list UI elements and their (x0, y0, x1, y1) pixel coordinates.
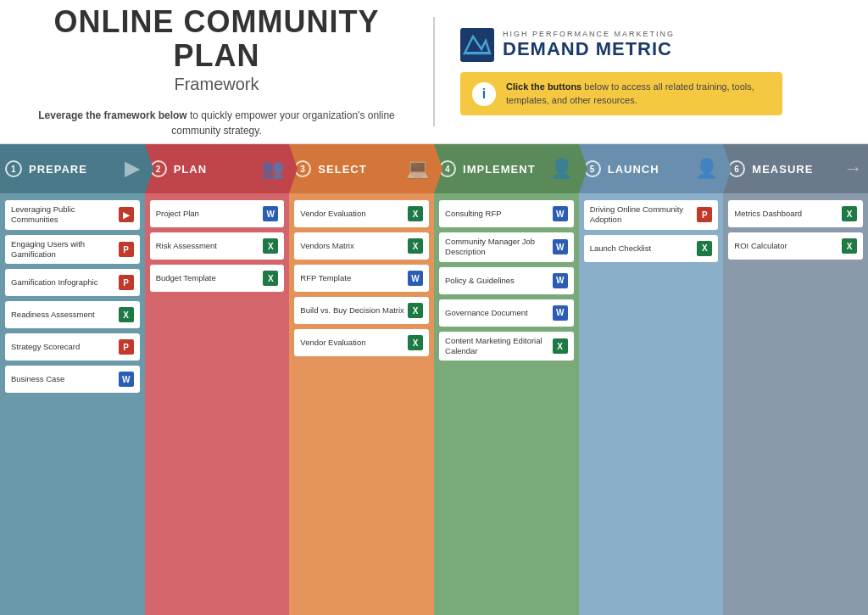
item-label-plan-2: Budget Template (156, 273, 260, 283)
item-icon-select-4: X (408, 335, 423, 350)
item-card-select-1[interactable]: Vendors MatrixX (294, 232, 429, 260)
col-header-prepare: 1PREPARE▶ (0, 144, 145, 193)
item-icon-implement-1: W (553, 239, 568, 254)
item-label-launch-0: Driving Online Community Adoption (590, 204, 694, 226)
step-label-implement: IMPLEMENT (463, 163, 536, 176)
item-card-select-3[interactable]: Build vs. Buy Decision MatrixX (294, 297, 429, 324)
col-header-select: 3SELECT💻 (289, 144, 434, 193)
column-launch: 5LAUNCH👤Driving Online Community Adoptio… (579, 144, 724, 615)
item-icon-implement-2: W (553, 273, 568, 288)
item-icon-prepare-3: X (119, 307, 134, 322)
item-label-select-4: Vendor Evaluation (300, 338, 404, 348)
item-label-prepare-1: Engaging Users with Gamification (11, 239, 115, 260)
info-box: i Click the buttons below to access all … (460, 72, 782, 115)
item-card-launch-0[interactable]: Driving Online Community AdoptionP (584, 200, 719, 230)
item-icon-implement-3: W (553, 305, 568, 321)
svg-rect-2 (465, 52, 490, 53)
item-label-prepare-4: Strategy Scorecard (11, 342, 115, 352)
item-icon-launch-1: X (697, 241, 712, 256)
item-label-select-0: Vendor Evaluation (300, 209, 404, 219)
item-card-launch-1[interactable]: Launch ChecklistX (584, 235, 719, 262)
svg-rect-0 (460, 28, 494, 62)
item-label-plan-1: Risk Assessment (156, 241, 260, 251)
item-icon-measure-0: X (842, 206, 857, 221)
item-icon-select-0: X (408, 206, 423, 221)
item-icon-select-3: X (408, 303, 423, 318)
col-body-select: Vendor EvaluationXVendors MatrixXRFP Tem… (289, 193, 434, 615)
col-header-plan: 2PLAN👥 (145, 144, 290, 193)
item-card-implement-0[interactable]: Consulting RFPW (439, 200, 574, 227)
item-card-prepare-3[interactable]: Readiness AssessmentX (5, 301, 140, 328)
step-icon-prepare: ▶ (125, 158, 140, 180)
col-body-prepare: Leveraging Public Communities▶Engaging U… (0, 193, 145, 615)
desc-rest: to quickly empower your organization's o… (171, 109, 395, 137)
item-icon-launch-0: P (697, 207, 712, 222)
item-icon-plan-1: X (263, 238, 278, 254)
item-icon-select-2: W (408, 271, 423, 286)
item-card-prepare-0[interactable]: Leveraging Public Communities▶ (5, 200, 140, 230)
step-label-launch: LAUNCH (608, 163, 659, 176)
logo-sub: High Performance Marketing (503, 30, 675, 38)
main-title: ONLINE COMMUNITY PLAN (25, 5, 408, 72)
item-label-launch-1: Launch Checklist (590, 243, 694, 254)
item-label-implement-4: Content Marketing Editorial Calendar (445, 336, 549, 357)
item-label-measure-0: Metrics Dashboard (734, 209, 838, 219)
item-card-measure-0[interactable]: Metrics DashboardX (728, 200, 863, 227)
item-label-implement-1: Community Manager Job Description (445, 237, 549, 258)
item-card-measure-1[interactable]: ROI CalculatorX (728, 232, 863, 260)
step-icon-measure: → (844, 158, 864, 180)
step-icon-launch: 👤 (695, 158, 719, 180)
item-card-plan-2[interactable]: Budget TemplateX (150, 265, 285, 292)
item-card-select-0[interactable]: Vendor EvaluationX (294, 200, 429, 227)
col-header-implement: 4IMPLEMENT👤 (434, 144, 579, 193)
item-label-prepare-2: Gamification Infographic (11, 277, 115, 288)
header-right: High Performance Marketing DEMAND METRIC… (435, 17, 843, 126)
column-select: 3SELECT💻Vendor EvaluationXVendors Matrix… (289, 144, 434, 615)
item-icon-prepare-1: P (119, 242, 134, 257)
item-card-implement-1[interactable]: Community Manager Job DescriptionW (439, 232, 574, 262)
item-card-implement-2[interactable]: Policy & GuidelinesW (439, 267, 574, 294)
header-description: Leverage the framework below to quickly … (25, 108, 408, 138)
item-label-prepare-0: Leveraging Public Communities (11, 204, 115, 226)
column-measure: 6MEASURE→Metrics DashboardXROI Calculato… (723, 144, 868, 615)
item-icon-prepare-5: W (119, 372, 134, 387)
logo-main: DEMAND METRIC (503, 38, 675, 60)
step-label-prepare: PREPARE (29, 163, 87, 176)
col-body-implement: Consulting RFPWCommunity Manager Job Des… (434, 193, 579, 615)
item-icon-plan-2: X (263, 271, 278, 286)
item-icon-implement-0: W (553, 206, 568, 221)
item-label-prepare-3: Readiness Assessment (11, 310, 115, 320)
info-text: Click the buttons below to access all re… (506, 81, 771, 107)
item-card-prepare-5[interactable]: Business CaseW (5, 366, 140, 393)
col-body-measure: Metrics DashboardXROI CalculatorX (723, 193, 868, 615)
item-icon-prepare-4: P (119, 339, 134, 355)
item-icon-implement-4: X (553, 338, 568, 354)
item-card-prepare-4[interactable]: Strategy ScorecardP (5, 333, 140, 361)
item-card-select-2[interactable]: RFP TemplateW (294, 265, 429, 292)
col-body-plan: Project PlanWRisk AssessmentXBudget Temp… (145, 193, 290, 615)
sub-title: Framework (25, 75, 408, 94)
column-prepare: 1PREPARE▶Leveraging Public Communities▶E… (0, 144, 145, 615)
logo-text: High Performance Marketing DEMAND METRIC (503, 30, 675, 60)
item-label-implement-3: Governance Document (445, 308, 549, 318)
column-plan: 2PLAN👥Project PlanWRisk AssessmentXBudge… (145, 144, 290, 615)
item-card-select-4[interactable]: Vendor EvaluationX (294, 329, 429, 356)
header: ONLINE COMMUNITY PLAN Framework Leverage… (0, 0, 868, 144)
item-label-implement-0: Consulting RFP (445, 209, 549, 219)
header-left: ONLINE COMMUNITY PLAN Framework Leverage… (25, 17, 435, 126)
item-icon-prepare-2: P (119, 275, 134, 290)
framework: 1PREPARE▶Leveraging Public Communities▶E… (0, 144, 868, 615)
item-card-implement-4[interactable]: Content Marketing Editorial CalendarX (439, 332, 574, 361)
item-icon-select-1: X (408, 238, 423, 254)
col-header-launch: 5LAUNCH👤 (579, 144, 724, 193)
item-icon-plan-0: W (263, 206, 278, 221)
item-card-prepare-1[interactable]: Engaging Users with GamificationP (5, 235, 140, 265)
item-card-plan-1[interactable]: Risk AssessmentX (150, 232, 285, 260)
item-card-prepare-2[interactable]: Gamification InfographicP (5, 269, 140, 296)
item-card-plan-0[interactable]: Project PlanW (150, 200, 285, 227)
step-label-plan: PLAN (174, 163, 207, 176)
info-bold: Click the buttons (506, 81, 581, 92)
item-card-implement-3[interactable]: Governance DocumentW (439, 299, 574, 327)
col-body-launch: Driving Online Community AdoptionPLaunch… (579, 193, 724, 615)
step-icon-plan: 👥 (261, 158, 285, 180)
